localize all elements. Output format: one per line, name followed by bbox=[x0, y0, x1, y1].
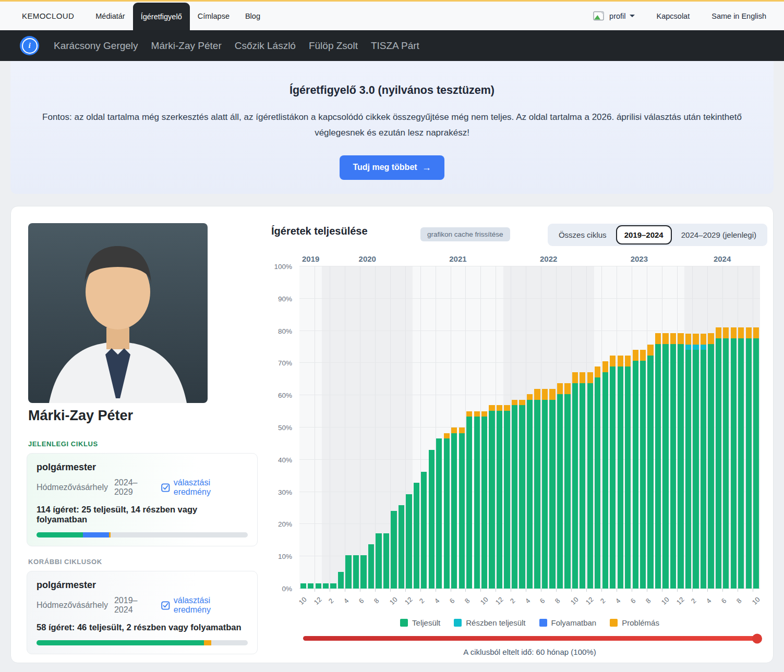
chart-bar[interactable] bbox=[489, 266, 494, 589]
chart-bar[interactable] bbox=[602, 266, 608, 589]
chart-bar[interactable] bbox=[587, 266, 593, 589]
chart-bar[interactable] bbox=[534, 266, 540, 589]
chart-bar[interactable] bbox=[308, 266, 313, 589]
chart-bar[interactable] bbox=[542, 266, 548, 589]
chart-bar[interactable] bbox=[527, 266, 533, 589]
bar-segment bbox=[429, 450, 435, 589]
chart-bar[interactable] bbox=[549, 266, 555, 589]
chart-bar[interactable] bbox=[383, 266, 389, 589]
time-slider[interactable] bbox=[303, 636, 760, 641]
chart-bar[interactable] bbox=[406, 266, 412, 589]
range-tab[interactable]: Összes ciklus bbox=[550, 225, 615, 245]
brand-logo[interactable]: KEMOCLOUD bbox=[22, 11, 74, 20]
chart-bar[interactable] bbox=[610, 266, 616, 589]
learn-more-button[interactable]: Tudj meg többet → bbox=[340, 155, 444, 180]
chart-bar[interactable] bbox=[738, 266, 744, 589]
chart-bar[interactable] bbox=[466, 266, 472, 589]
subnav-item[interactable]: Csőzik László bbox=[235, 40, 296, 52]
range-tab[interactable]: 2024–2029 (jelenlegi) bbox=[673, 225, 765, 245]
chart-bar[interactable] bbox=[436, 266, 442, 589]
chart-bar[interactable] bbox=[746, 266, 752, 589]
bar-segment bbox=[610, 366, 616, 589]
chart-bar[interactable] bbox=[451, 266, 457, 589]
chart-bar[interactable] bbox=[723, 266, 729, 589]
chart-bar[interactable] bbox=[662, 266, 668, 589]
topnav-item[interactable]: Blog bbox=[237, 2, 268, 30]
chart-bar[interactable] bbox=[316, 266, 321, 589]
chart-bar[interactable] bbox=[360, 266, 366, 589]
topnav-item[interactable]: Címlapse bbox=[190, 2, 237, 30]
chart-bar[interactable] bbox=[338, 266, 344, 589]
chart-bar[interactable] bbox=[330, 266, 336, 589]
subnav-item[interactable]: Fülöp Zsolt bbox=[309, 40, 358, 52]
chart-bar[interactable] bbox=[421, 266, 427, 589]
x-axis-label: 4 bbox=[614, 597, 622, 605]
chart-bar[interactable] bbox=[557, 266, 563, 589]
chart-bar[interactable] bbox=[414, 266, 419, 589]
chart-bar[interactable] bbox=[753, 266, 759, 589]
election-result-label: választási eredmény bbox=[174, 596, 248, 615]
profile-dropdown[interactable]: profil bbox=[609, 12, 634, 20]
range-tab[interactable]: 2019–2024 bbox=[616, 225, 672, 245]
election-result-link[interactable]: választási eredmény bbox=[161, 478, 248, 497]
contact-link[interactable]: Kapcsolat bbox=[657, 12, 690, 20]
refresh-cache-button[interactable]: grafikon cache frissítése bbox=[420, 227, 510, 241]
chart-bar[interactable] bbox=[678, 266, 683, 589]
subnav-item[interactable]: Karácsony Gergely bbox=[54, 40, 138, 52]
x-axis-tick bbox=[345, 589, 345, 592]
progress-segment-folyamatban bbox=[83, 532, 109, 537]
chart-bar[interactable] bbox=[391, 266, 396, 589]
chart-bar[interactable] bbox=[323, 266, 329, 589]
chart-bar[interactable] bbox=[345, 266, 351, 589]
chart-bar[interactable] bbox=[474, 266, 480, 589]
chart-bar[interactable] bbox=[670, 266, 676, 589]
chart-bar[interactable] bbox=[368, 266, 374, 589]
chart-bar[interactable] bbox=[399, 266, 404, 589]
legend-item[interactable]: Teljesült bbox=[400, 618, 440, 627]
x-axis-tick bbox=[601, 589, 602, 592]
chart-bar[interactable] bbox=[731, 266, 737, 589]
x-axis-label: 10 bbox=[388, 595, 399, 606]
chart-bar[interactable] bbox=[504, 266, 510, 589]
chart-bar[interactable] bbox=[693, 266, 698, 589]
chart-bar[interactable] bbox=[519, 266, 525, 589]
election-result-link[interactable]: választási eredmény bbox=[161, 596, 248, 615]
bar-segment bbox=[738, 327, 744, 338]
slider-handle[interactable] bbox=[752, 633, 762, 643]
x-axis-label: 8 bbox=[644, 597, 653, 605]
chart-bar[interactable] bbox=[640, 266, 646, 589]
topnav-item[interactable]: Médiatár bbox=[88, 2, 132, 30]
chart-bar[interactable] bbox=[300, 266, 306, 589]
chart-bar[interactable] bbox=[429, 266, 435, 589]
chart-bar[interactable] bbox=[701, 266, 706, 589]
chart-bar[interactable] bbox=[444, 266, 450, 589]
chart-bar[interactable] bbox=[595, 266, 600, 589]
chart-bar[interactable] bbox=[685, 266, 691, 589]
chart-bar[interactable] bbox=[512, 266, 517, 589]
legend-item[interactable]: Folyamatban bbox=[539, 618, 597, 627]
chart-bar[interactable] bbox=[376, 266, 381, 589]
chart-bar[interactable] bbox=[716, 266, 721, 589]
info-icon[interactable]: i bbox=[20, 36, 39, 55]
chart-bar[interactable] bbox=[497, 266, 502, 589]
chart-bar[interactable] bbox=[459, 266, 465, 589]
chart-bar[interactable] bbox=[572, 266, 578, 589]
language-link[interactable]: Same in English bbox=[711, 12, 766, 20]
legend-item[interactable]: Részben teljesült bbox=[454, 618, 525, 627]
bar-segment bbox=[708, 333, 714, 344]
chart-bar[interactable] bbox=[655, 266, 661, 589]
chart-bar[interactable] bbox=[481, 266, 487, 589]
subnav-item[interactable]: Márki-Zay Péter bbox=[151, 40, 222, 52]
chart-bar[interactable] bbox=[625, 266, 631, 589]
chart-bar[interactable] bbox=[618, 266, 623, 589]
chart-bar[interactable] bbox=[633, 266, 638, 589]
chart-bar[interactable] bbox=[708, 266, 714, 589]
topnav-item[interactable]: Ígéretfigyelő bbox=[133, 3, 190, 30]
chart-bar[interactable] bbox=[580, 266, 585, 589]
bar-segment bbox=[693, 350, 698, 589]
chart-bar[interactable] bbox=[353, 266, 359, 589]
chart-bar[interactable] bbox=[564, 266, 570, 589]
subnav-item[interactable]: TISZA Párt bbox=[371, 40, 419, 52]
legend-item[interactable]: Problémás bbox=[610, 618, 659, 627]
chart-bar[interactable] bbox=[647, 266, 653, 589]
